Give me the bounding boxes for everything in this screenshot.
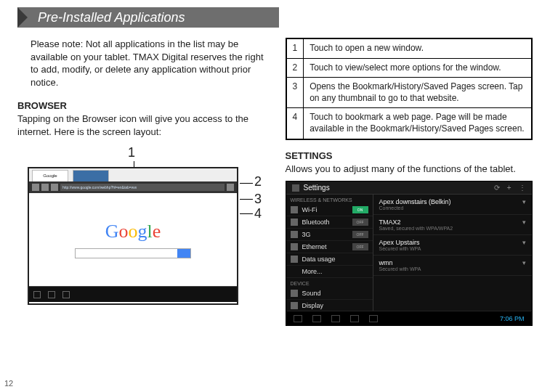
content-columns: Please note: Not all applications in the…: [0, 28, 550, 327]
network-item: ▾wmnSecured with WPA: [373, 256, 532, 276]
browser-heading: BROWSER: [17, 100, 265, 111]
row-num: 1: [286, 38, 304, 58]
url-field: http://www.google.com/webhp?hl=en&tab=ww: [60, 184, 225, 191]
mobile-icon: [291, 231, 298, 238]
browser-diagram: 1 2 3 4 Google http://www.google.com/web…: [17, 145, 265, 327]
leader-line: [240, 213, 253, 214]
settings-right-pane: ▾Apex downstairs (Belkin)Connected ▾TMAX…: [373, 195, 532, 311]
home-nav-icon: [48, 291, 55, 298]
leader-line: [240, 183, 253, 184]
settings-body: WIRELESS & NETWORKS Wi-FiON BluetoothOFF…: [286, 195, 532, 311]
google-search-box: [75, 248, 191, 258]
callout-1: 1: [128, 145, 135, 160]
network-item: ▾Apex downstairs (Belkin)Connected: [373, 195, 532, 215]
wifi-signal-icon: ▾: [522, 219, 526, 226]
page-header-text: Pre-Installed Applications: [28, 10, 185, 25]
list-item: More...: [286, 266, 373, 278]
browser-tabs: Google: [29, 168, 237, 181]
display-icon: [291, 302, 298, 309]
page-number: 12: [4, 379, 13, 388]
table-row: 4Touch to bookmark a web page. Page will…: [286, 108, 533, 139]
row-num: 3: [286, 78, 304, 108]
callout-2: 2: [254, 174, 262, 189]
settings-text: Allows you to adjust many of the functio…: [286, 163, 533, 176]
list-item: Sound: [286, 287, 373, 300]
row-text: Touch to view/select more options for th…: [304, 58, 532, 78]
settings-heading: SETTINGS: [286, 150, 533, 161]
bluetooth-icon: [291, 219, 298, 226]
row-text: Opens the Bookmark/History/Saved Pages s…: [304, 78, 532, 108]
toggle: OFF: [352, 243, 368, 250]
network-item: ▾TMAX2Saved, secured with WPA/WPA2: [373, 215, 532, 235]
wifi-signal-icon: ▾: [522, 259, 526, 266]
network-item: ▾Apex UpstairsSecured with WPA: [373, 235, 532, 256]
wifi-icon: [291, 206, 298, 213]
scan-icon: ⟳: [494, 184, 500, 192]
list-item: Data usage: [286, 253, 373, 266]
callout-table: 1Touch to open a new window. 2Touch to v…: [286, 38, 533, 140]
row-text: Touch to bookmark a web page. Page will …: [304, 108, 532, 139]
left-column: Please note: Not all applications in the…: [17, 38, 265, 327]
browser-tab: Google: [32, 170, 68, 181]
back-nav-icon: [33, 291, 41, 298]
browser-body: Google: [29, 193, 237, 286]
home-nav-icon: [312, 315, 321, 322]
close-icon: [51, 184, 58, 191]
sound-icon: [291, 290, 298, 297]
row-num: 2: [286, 58, 304, 78]
leader-line: [240, 199, 253, 200]
settings-screenshot: Settings ⟳+⋮ WIRELESS & NETWORKS Wi-FiON…: [286, 181, 533, 326]
google-logo: Google: [105, 221, 161, 242]
section-label: DEVICE: [286, 278, 373, 287]
back-nav-icon: [294, 315, 302, 322]
list-item: EthernetOFF: [286, 241, 373, 253]
page-header: Pre-Installed Applications: [17, 7, 279, 28]
browser-tab-active: [73, 170, 109, 181]
vol-down-icon: [350, 315, 359, 322]
list-item: BluetoothOFF: [286, 216, 373, 229]
toggle: OFF: [352, 231, 368, 238]
row-num: 4: [286, 108, 304, 139]
table-row: 1Touch to open a new window.: [286, 38, 533, 58]
row-text: Touch to open a new window.: [304, 38, 532, 58]
data-icon: [291, 256, 298, 263]
wifi-signal-icon: ▾: [522, 198, 526, 205]
settings-left-pane: WIRELESS & NETWORKS Wi-FiON BluetoothOFF…: [286, 195, 373, 311]
menu-icon: ⋮: [519, 184, 526, 192]
browser-screenshot: Google http://www.google.com/webhp?hl=en…: [28, 167, 238, 305]
vol-up-icon: [369, 315, 378, 322]
add-icon: +: [507, 184, 511, 192]
settings-title-bar: Settings ⟳+⋮: [286, 181, 532, 195]
toggle: OFF: [352, 219, 368, 226]
settings-icon: [292, 184, 299, 192]
right-column: 1Touch to open a new window. 2Touch to v…: [286, 38, 533, 327]
bookmark-icon: [227, 184, 234, 191]
wifi-signal-icon: ▾: [522, 239, 526, 246]
settings-title: Settings: [304, 184, 330, 192]
list-item: 3GOFF: [286, 229, 373, 241]
list-item: Wi-FiON: [286, 204, 373, 216]
toggle: ON: [352, 206, 368, 213]
forward-icon: [41, 184, 49, 191]
recent-nav-icon: [331, 315, 340, 322]
nav-bar: 7:06 PM: [286, 311, 532, 325]
nav-bar: [29, 286, 237, 302]
search-button-icon: [177, 249, 190, 258]
disclaimer-note: Please note: Not all applications in the…: [31, 38, 265, 89]
back-icon: [32, 184, 39, 191]
callout-3: 3: [254, 192, 262, 207]
table-row: 2Touch to view/select more options for t…: [286, 58, 533, 78]
browser-text: Tapping on the Browser icon will give yo…: [17, 113, 265, 138]
browser-url-bar: http://www.google.com/webhp?hl=en&tab=ww: [29, 181, 237, 193]
table-row: 3Opens the Bookmark/History/Saved Pages …: [286, 78, 533, 108]
section-label: WIRELESS & NETWORKS: [286, 195, 373, 204]
recent-nav-icon: [62, 291, 70, 298]
callout-4: 4: [254, 206, 262, 221]
status-time: 7:06 PM: [500, 315, 525, 322]
ethernet-icon: [291, 243, 298, 250]
